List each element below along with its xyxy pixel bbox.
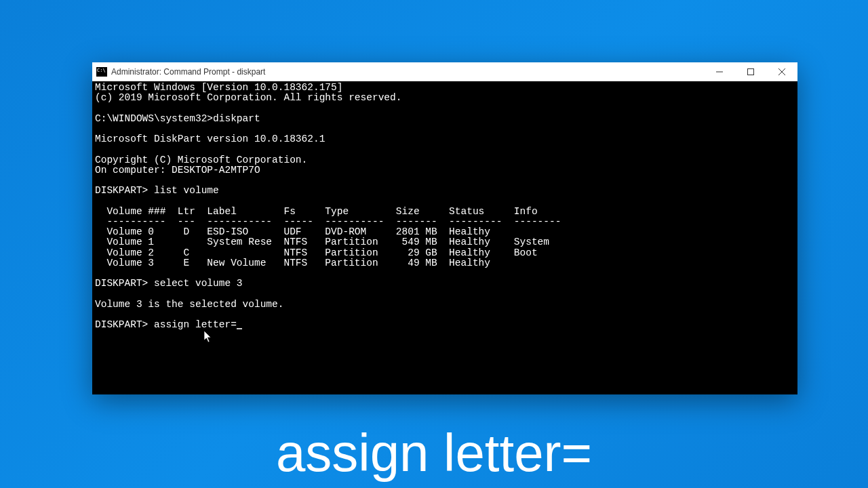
terminal-line: On computer: DESKTOP-A2MTP7O — [95, 165, 260, 176]
terminal-line: C:\WINDOWS\system32>diskpart — [95, 113, 260, 124]
volume-table-row: Volume 2 C NTFS Partition 29 GB Healthy … — [95, 247, 538, 258]
minimize-button[interactable] — [704, 62, 735, 81]
cmd-icon — [96, 67, 107, 77]
terminal-line: DISKPART> list volume — [95, 185, 219, 196]
volume-table-row: Volume 1 System Rese NTFS Partition 549 … — [95, 237, 549, 247]
window-title: Administrator: Command Prompt - diskpart — [111, 67, 265, 77]
terminal-line: Microsoft DiskPart version 10.0.18362.1 — [95, 134, 325, 144]
text-cursor — [237, 328, 242, 329]
command-prompt-window: Administrator: Command Prompt - diskpart… — [92, 62, 797, 394]
svg-rect-1 — [748, 68, 754, 75]
terminal-line: Microsoft Windows [Version 10.0.18362.17… — [95, 82, 342, 93]
video-caption: assign letter= — [0, 422, 868, 484]
maximize-button[interactable] — [735, 62, 766, 81]
titlebar[interactable]: Administrator: Command Prompt - diskpart — [92, 62, 797, 81]
volume-table-row: Volume 3 E New Volume NTFS Partition 49 … — [95, 258, 490, 268]
terminal-line: Copyright (C) Microsoft Corporation. — [95, 155, 307, 165]
volume-table-header: Volume ### Ltr Label Fs Type Size Status… — [95, 206, 538, 217]
terminal-output[interactable]: Microsoft Windows [Version 10.0.18362.17… — [92, 81, 797, 394]
terminal-line: DISKPART> select volume 3 — [95, 278, 243, 289]
maximize-icon — [747, 68, 754, 75]
close-button[interactable] — [766, 62, 797, 81]
minimize-icon — [716, 68, 723, 75]
terminal-line: (c) 2019 Microsoft Corporation. All righ… — [95, 92, 401, 103]
close-icon — [778, 68, 785, 75]
terminal-line: Volume 3 is the selected volume. — [95, 299, 283, 310]
terminal-current-command: DISKPART> assign letter= — [95, 319, 237, 330]
volume-table-row: Volume 0 D ESD-ISO UDF DVD-ROM 2801 MB H… — [95, 226, 490, 237]
volume-table-divider: ---------- --- ----------- ----- -------… — [95, 216, 561, 227]
